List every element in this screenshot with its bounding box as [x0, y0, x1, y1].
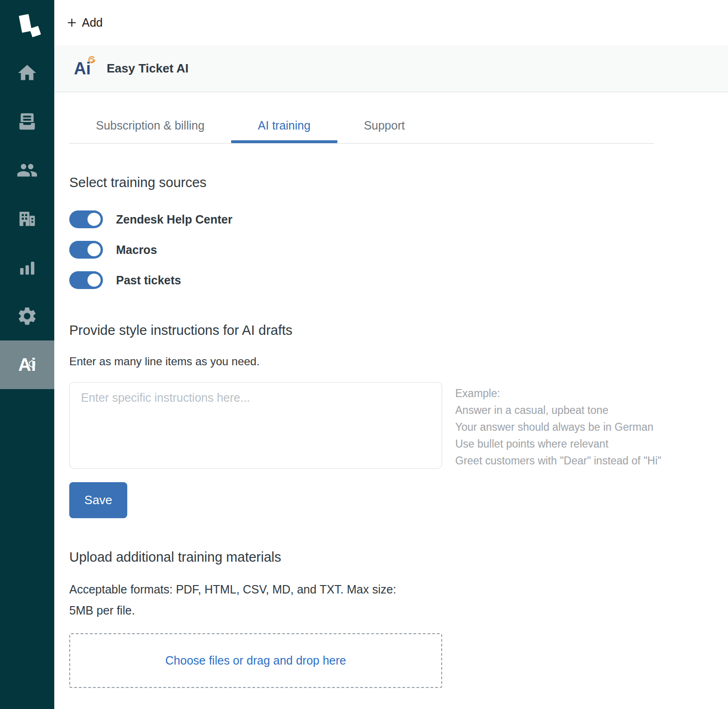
- toggle-label: Past tickets: [116, 274, 181, 287]
- logo-icon: [14, 11, 41, 37]
- tab-bar: Subscription & billing AI training Suppo…: [69, 110, 654, 144]
- example-line: Greet customers with "Dear" instead of "…: [455, 452, 661, 469]
- hexagon-spark-icon: [29, 360, 36, 368]
- tab-support[interactable]: Support: [337, 110, 432, 143]
- instructions-editor-row: Example: Answer in a casual, upbeat tone…: [69, 382, 728, 469]
- past-tickets-toggle[interactable]: [69, 271, 103, 289]
- toggle-label: Macros: [116, 243, 157, 257]
- style-instructions-heading: Provide style instructions for AI drafts: [69, 322, 728, 338]
- sidebar-item-ai-app[interactable]: Ai: [0, 340, 54, 389]
- toggle-knob: [87, 243, 101, 256]
- swirl-icon: [87, 56, 96, 65]
- people-icon: [16, 159, 38, 181]
- example-title: Example:: [455, 385, 661, 402]
- training-sources-toggles: Zendesk Help Center Macros Past tickets: [69, 210, 728, 289]
- gear-icon: [16, 305, 38, 327]
- home-icon: [16, 62, 38, 84]
- sidebar-item-reporting[interactable]: [0, 243, 54, 292]
- example-line: Use bullet points where relevant: [455, 435, 661, 452]
- add-label: Add: [82, 16, 102, 29]
- choose-files-link[interactable]: Choose files or drag and drop here: [165, 654, 346, 667]
- upload-description-line: 5MB per file.: [69, 600, 448, 621]
- company-logo: [0, 0, 54, 49]
- training-sources-heading: Select training sources: [69, 174, 728, 190]
- example-block: Example: Answer in a casual, upbeat tone…: [455, 382, 661, 469]
- topbar: Add: [54, 0, 728, 45]
- main-area: Add Ai Easy Ticket AI Subscription & bil…: [54, 0, 728, 709]
- tab-ai-training[interactable]: AI training: [231, 110, 337, 143]
- toggle-knob: [87, 274, 101, 287]
- toggle-label: Zendesk Help Center: [116, 213, 233, 226]
- sidebar-item-organizations[interactable]: [0, 195, 54, 243]
- tab-subscription-billing[interactable]: Subscription & billing: [69, 110, 231, 143]
- toggle-row-macros: Macros: [69, 240, 728, 259]
- easy-ticket-ai-icon: Ai: [74, 58, 96, 79]
- buildings-icon: [16, 208, 38, 230]
- toggle-row-past-tickets: Past tickets: [69, 271, 728, 289]
- style-instructions-subheading: Enter as many line items as you need.: [69, 355, 728, 368]
- help-center-toggle[interactable]: [69, 210, 103, 228]
- toggle-knob: [87, 213, 101, 226]
- sidebar-item-home[interactable]: [0, 49, 54, 97]
- save-button[interactable]: Save: [69, 482, 127, 518]
- instructions-textarea[interactable]: [69, 382, 442, 469]
- example-line: Answer in a casual, upbeat tone: [455, 402, 661, 419]
- ticket-inbox-icon: [16, 111, 38, 132]
- sidebar-item-tickets[interactable]: [0, 97, 54, 146]
- upload-heading: Upload additional training materials: [69, 549, 728, 565]
- plus-icon: [67, 18, 77, 28]
- add-button[interactable]: Add: [67, 16, 102, 29]
- file-dropzone[interactable]: Choose files or drag and drop here: [69, 633, 442, 688]
- upload-description: Acceptable formats: PDF, HTML, CSV, MD, …: [69, 579, 448, 621]
- toggle-row-help-center: Zendesk Help Center: [69, 210, 728, 229]
- bar-chart-icon: [16, 257, 38, 278]
- sidebar-item-customers[interactable]: [0, 146, 54, 195]
- macros-toggle[interactable]: [69, 241, 103, 259]
- example-line: Your answer should always be in German: [455, 419, 661, 435]
- sidebar: Ai: [0, 0, 54, 709]
- sidebar-item-settings[interactable]: [0, 292, 54, 340]
- content: Subscription & billing AI training Suppo…: [54, 110, 728, 688]
- app-header: Ai Easy Ticket AI: [54, 45, 728, 92]
- upload-description-line: Acceptable formats: PDF, HTML, CSV, MD, …: [69, 579, 448, 600]
- page-title: Easy Ticket AI: [107, 61, 189, 76]
